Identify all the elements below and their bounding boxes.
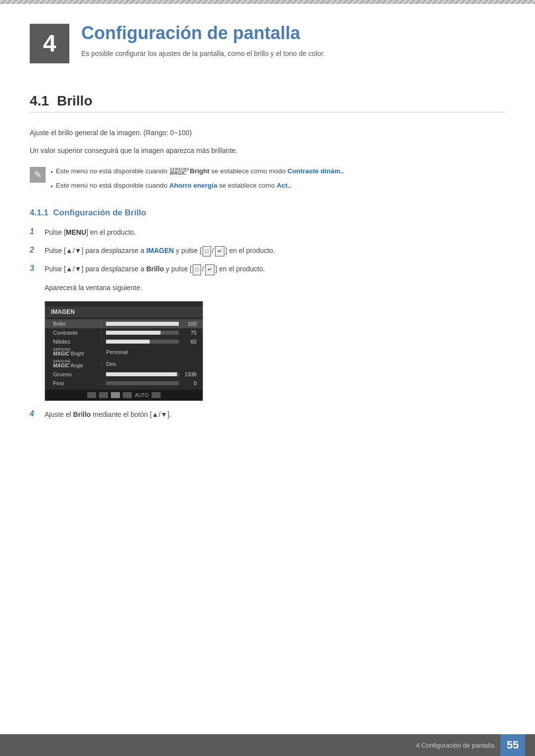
step-2-text: Pulse [▲/▼] para desplazarse a IMAGEN y … xyxy=(45,245,505,257)
monitor-label-fino: Fino xyxy=(53,380,98,386)
monitor-bar-fill-nitidez xyxy=(106,340,150,344)
top-decorative-bar xyxy=(0,0,535,4)
monitor-btn-power xyxy=(152,392,160,398)
monitor-btn-minus xyxy=(99,392,108,398)
step-3-number: 3 xyxy=(30,264,40,273)
monitor-value-magic-bright: Personal xyxy=(106,349,127,355)
monitor-row-fino: Fino : 0 xyxy=(45,379,203,388)
monitor-label-nitidez: Nitidez xyxy=(53,339,98,345)
chapter-header: 4 Configuración de pantalla Es posible c… xyxy=(0,4,535,73)
monitor-btn-plus xyxy=(111,392,120,398)
note-items: • Este menú no está disponible cuando SA… xyxy=(51,166,505,195)
step-1: 1 Pulse [MENU] en el producto. xyxy=(30,227,505,238)
note-bullet-2: • xyxy=(51,181,53,193)
monitor-value-brillo: 100 xyxy=(182,321,197,327)
monitor-bar-grueso xyxy=(106,372,179,376)
monitor-bar-nitidez xyxy=(106,340,179,344)
step-4-number: 4 xyxy=(30,409,40,418)
monitor-bar-fill-brillo xyxy=(106,322,179,326)
step-3: 3 Pulse [▲/▼] para desplazarse a Brillo … xyxy=(30,263,505,275)
monitor-screenshot: IMAGEN Brillo : 100 Contraste : 75 xyxy=(45,301,203,401)
btn-square-2-icon: □ xyxy=(193,264,201,275)
monitor-bar-brillo xyxy=(106,322,179,326)
step-4: 4 Ajuste el Brillo mediante el botón [▲/… xyxy=(30,409,505,420)
step-4-text: Ajuste el Brillo mediante el botón [▲/▼]… xyxy=(45,409,505,420)
pencil-icon: ✎ xyxy=(34,169,42,180)
monitor-label-magic-bright: SAMSUNG MAGIC Bright xyxy=(53,348,98,356)
note-text-2: Este menú no está disponible cuando Ahor… xyxy=(56,180,505,192)
monitor-row-grueso: Grueso : 1936 xyxy=(45,370,203,379)
monitor-auto-label: AUTO xyxy=(135,393,149,398)
footer-page-number: 55 xyxy=(500,734,525,756)
monitor-bar-fino xyxy=(106,381,179,385)
step-3-text: Pulse [▲/▼] para desplazarse a Brillo y … xyxy=(45,263,505,275)
note-text-1: Este menú no está disponible cuando SAMS… xyxy=(56,166,505,177)
monitor-btn-right xyxy=(123,392,132,398)
monitor-value-nitidez: 60 xyxy=(182,339,197,345)
btn-enter-icon: ↵ xyxy=(215,246,224,257)
step-1-text: Pulse [MENU] en el producto. xyxy=(45,227,505,238)
chapter-title: Configuración de pantalla xyxy=(81,23,505,44)
chapter-subtitle: Es posible configurar los ajustes de la … xyxy=(81,49,505,59)
note-bold-3: Act.. xyxy=(277,182,291,189)
note-box: ✎ • Este menú no está disponible cuando … xyxy=(30,166,505,195)
note-item-2: • Este menú no está disponible cuando Ah… xyxy=(51,180,505,193)
monitor-row-magic-bright: SAMSUNG MAGIC Bright : Personal xyxy=(45,346,203,358)
monitor-row-brillo: Brillo : 100 xyxy=(45,319,203,328)
monitor-footer: AUTO xyxy=(45,390,203,401)
subsection-4-1-1-title: 4.1.1 Configuración de Brillo xyxy=(30,208,505,218)
section-4-1-title: 4.1 Brillo xyxy=(30,93,505,112)
note-bold-1: Contraste dinám.. xyxy=(287,167,344,175)
section-4-1-number: 4.1 xyxy=(30,93,49,109)
chapter-number: 4 xyxy=(43,32,56,55)
section-4-1-label: Brillo xyxy=(57,93,93,109)
samsung-magic-1: SAMSUNGMAGIC xyxy=(170,167,189,176)
step-2: 2 Pulse [▲/▼] para desplazarse a IMAGEN … xyxy=(30,245,505,257)
monitor-label-magic-angle: SAMSUNG MAGIC Angle xyxy=(53,359,98,368)
note-item-1: • Este menú no está disponible cuando SA… xyxy=(51,166,505,178)
note-bullet-1: • xyxy=(51,167,53,178)
monitor-value-grueso: 1936 xyxy=(182,371,197,377)
subsection-label: Configuración de Brillo xyxy=(53,208,146,217)
step-3-sub: Aparecerá la ventana siguiente. xyxy=(45,282,505,293)
footer-text: 4 Configuración de pantalla xyxy=(416,742,494,749)
description-1: Ajuste el brillo general de la imagen. (… xyxy=(30,127,505,139)
imagen-label: IMAGEN xyxy=(146,247,174,254)
description-2: Un valor superior conseguirá que la imag… xyxy=(30,145,505,157)
btn-enter-2-icon: ↵ xyxy=(205,264,214,275)
monitor-btn-left xyxy=(87,392,96,398)
step-2-number: 2 xyxy=(30,246,40,254)
monitor-row-nitidez: Nitidez : 60 xyxy=(45,337,203,346)
note-icon: ✎ xyxy=(30,167,46,183)
subsection-number: 4.1.1 xyxy=(30,208,49,217)
monitor-bar-fill-contraste xyxy=(106,331,160,335)
chapter-number-box: 4 xyxy=(30,24,69,63)
monitor-value-contraste: 75 xyxy=(182,330,197,336)
page-footer: 4 Configuración de pantalla 55 xyxy=(0,734,535,756)
chapter-title-block: Configuración de pantalla Es posible con… xyxy=(81,22,505,59)
note-bold-2: Ahorro energía xyxy=(169,182,217,189)
monitor-row-contraste: Contraste : 75 xyxy=(45,328,203,337)
monitor-bar-fill-grueso xyxy=(106,372,176,376)
monitor-row-magic-angle: SAMSUNG MAGIC Angle : Des. xyxy=(45,358,203,370)
monitor-bar-contraste xyxy=(106,331,179,335)
monitor-label-grueso: Grueso xyxy=(53,371,98,377)
step-1-number: 1 xyxy=(30,227,40,236)
monitor-label-contraste: Contraste xyxy=(53,330,98,336)
monitor-label-brillo: Brillo xyxy=(53,321,98,327)
main-content: 4.1 Brillo Ajuste el brillo general de l… xyxy=(0,73,535,467)
btn-square-icon: □ xyxy=(203,246,211,257)
monitor-header: IMAGEN xyxy=(45,306,203,317)
steps-list: 1 Pulse [MENU] en el producto. 2 Pulse [… xyxy=(30,227,505,420)
monitor-value-fino: 0 xyxy=(182,380,197,386)
monitor-value-magic-angle: Des. xyxy=(106,361,117,367)
